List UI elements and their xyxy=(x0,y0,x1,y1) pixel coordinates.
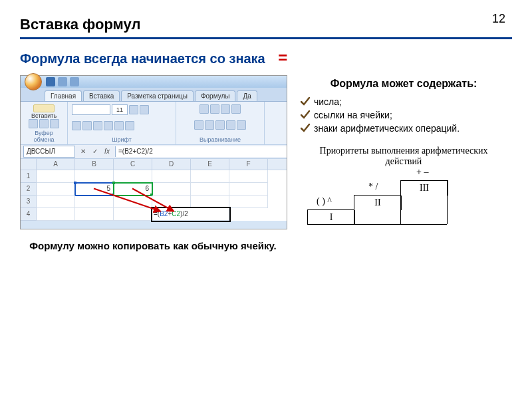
tab-pagelayout[interactable]: Разметка страницы xyxy=(121,90,194,101)
cell-A1[interactable] xyxy=(37,170,75,183)
page-title: Вставка формул xyxy=(20,16,512,33)
list-item-label: числа; xyxy=(314,96,342,107)
undo-icon[interactable] xyxy=(58,77,67,86)
group-label-alignment: Выравнивание xyxy=(180,136,260,143)
grow-font-icon[interactable] xyxy=(129,105,138,114)
cell-C3[interactable] xyxy=(114,196,152,208)
tab-more[interactable]: Да xyxy=(237,90,257,101)
border-icon[interactable] xyxy=(104,121,113,130)
cut-icon[interactable] xyxy=(29,119,38,128)
row-1: 1 xyxy=(21,170,287,183)
row-2: 2 5 6 xyxy=(21,183,287,196)
format-painter-icon[interactable] xyxy=(50,119,59,128)
italic-icon[interactable] xyxy=(82,121,92,130)
stair-edge xyxy=(447,180,448,224)
cell-E1[interactable] xyxy=(191,170,229,183)
list-item: знаки арифметических операций. xyxy=(301,123,507,134)
font-name-select[interactable] xyxy=(72,104,110,115)
orientation-icon[interactable] xyxy=(231,104,241,114)
shrink-font-icon[interactable] xyxy=(140,105,149,114)
row-header-3[interactable]: 3 xyxy=(21,196,37,208)
formula-bar: ДВССЫЛ ✕ ✓ fx =(B2+C2)/2 xyxy=(21,144,287,159)
indent-dec-icon[interactable] xyxy=(226,120,235,130)
tab-formulas[interactable]: Формулы xyxy=(195,90,236,101)
font-color-icon[interactable] xyxy=(125,121,134,130)
col-A[interactable]: A xyxy=(37,159,75,170)
save-icon[interactable] xyxy=(46,77,55,86)
priority-title: Приоритеты выполнения арифметических дей… xyxy=(301,146,507,167)
tab-home[interactable]: Главная xyxy=(45,90,82,101)
align-left-icon[interactable] xyxy=(194,120,203,130)
copy-icon[interactable] xyxy=(39,119,49,128)
cell-D4[interactable]: =(B2+C2)/2 xyxy=(152,208,229,221)
right-column: Формула может содержать: числа; ссылки н… xyxy=(301,75,512,229)
col-E[interactable]: E xyxy=(191,159,229,170)
priority-label-mul-div: * / xyxy=(368,182,378,192)
row-header-1[interactable]: 1 xyxy=(21,170,37,183)
cell-C4[interactable] xyxy=(114,208,152,221)
cell-E3[interactable] xyxy=(191,196,229,208)
subtitle: Формула всегда начинается со знака = xyxy=(20,49,512,67)
paste-label: Вставить xyxy=(25,112,63,119)
cell-D2[interactable] xyxy=(152,183,191,196)
select-all-corner[interactable] xyxy=(21,159,37,170)
cell-A4[interactable] xyxy=(37,208,75,221)
fill-color-icon[interactable] xyxy=(114,121,124,130)
cell-C2[interactable]: 6 xyxy=(114,183,152,196)
cell-C1[interactable] xyxy=(114,170,152,183)
align-top-icon[interactable] xyxy=(200,104,209,114)
title-rule xyxy=(20,37,512,39)
cell-B1[interactable] xyxy=(75,170,114,183)
ribbon: Главная Вставка Разметка страницы Формул… xyxy=(21,88,287,144)
align-bottom-icon[interactable] xyxy=(221,104,230,114)
col-B[interactable]: B xyxy=(75,159,114,170)
check-icon xyxy=(301,96,310,106)
cancel-formula-icon[interactable]: ✕ xyxy=(78,146,88,157)
priority-step-3: III xyxy=(400,180,448,196)
align-right-icon[interactable] xyxy=(215,120,225,130)
office-button[interactable] xyxy=(25,73,42,90)
underline-icon[interactable] xyxy=(93,121,102,130)
priority-label-add-sub: + – xyxy=(416,167,428,178)
cell-B4[interactable] xyxy=(75,208,114,221)
align-middle-icon[interactable] xyxy=(210,104,219,114)
row-4: 4 =(B2+C2)/2 xyxy=(21,208,287,221)
cell-D3[interactable] xyxy=(152,196,191,208)
cell-F2[interactable] xyxy=(229,183,268,196)
paste-button[interactable] xyxy=(33,104,55,112)
cell-E2[interactable] xyxy=(191,183,229,196)
priority-step-2: II xyxy=(354,195,402,210)
indent-inc-icon[interactable] xyxy=(237,120,246,130)
list-item: числа; xyxy=(301,96,507,107)
cell-F1[interactable] xyxy=(229,170,268,183)
cell-B2[interactable]: 5 xyxy=(75,183,114,196)
cell-F3[interactable] xyxy=(229,196,268,208)
worksheet: A B C D E F 1 2 5 6 xyxy=(21,159,287,221)
enter-formula-icon[interactable]: ✓ xyxy=(90,146,100,157)
font-size-select[interactable]: 11 xyxy=(112,104,128,115)
d4-suffix: )/2 xyxy=(180,210,188,217)
column-headers: A B C D E F xyxy=(21,159,287,170)
name-box[interactable]: ДВССЫЛ xyxy=(23,146,75,158)
cell-B3[interactable] xyxy=(75,196,114,208)
list-item-label: ссылки на ячейки; xyxy=(314,110,392,120)
cell-D1[interactable] xyxy=(152,170,191,183)
cell-A2[interactable] xyxy=(37,183,75,196)
fx-icon[interactable]: fx xyxy=(102,146,112,157)
tab-insert[interactable]: Вставка xyxy=(83,90,120,101)
col-C[interactable]: C xyxy=(114,159,152,170)
col-F[interactable]: F xyxy=(229,159,268,170)
col-D[interactable]: D xyxy=(152,159,191,170)
redo-icon[interactable] xyxy=(70,77,79,86)
bold-icon[interactable] xyxy=(72,121,81,130)
cell-A3[interactable] xyxy=(37,196,75,208)
row-header-4[interactable]: 4 xyxy=(21,208,37,221)
formula-input[interactable]: =(B2+C2)/2 xyxy=(115,146,287,157)
priority-step-1: I xyxy=(307,209,355,225)
group-label-font: Шрифт xyxy=(72,136,172,143)
align-center-icon[interactable] xyxy=(205,120,214,130)
row-header-2[interactable]: 2 xyxy=(21,183,37,196)
check-icon xyxy=(301,110,310,119)
page-number: 12 xyxy=(492,12,505,26)
excel-screenshot: Главная Вставка Разметка страницы Формул… xyxy=(20,75,287,229)
